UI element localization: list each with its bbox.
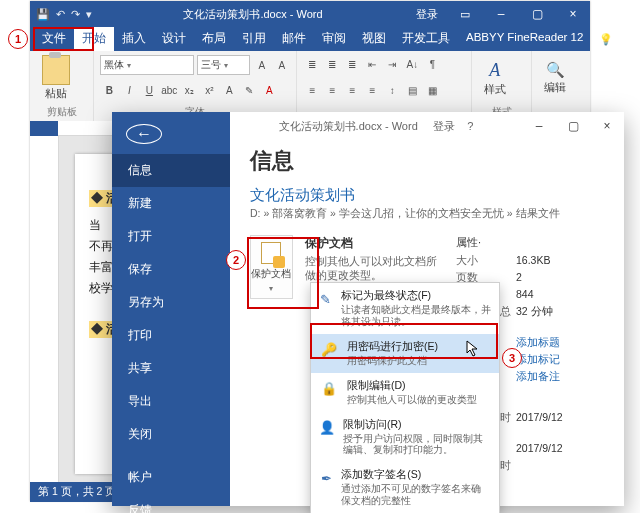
- nav-info[interactable]: 信息: [112, 154, 230, 187]
- tab-home[interactable]: 开始: [74, 27, 114, 51]
- save-icon[interactable]: 💾: [36, 8, 50, 21]
- backstage-title: 文化活动策划书.docx - Word: [279, 120, 418, 132]
- menu-restrict-title: 限制编辑(D): [347, 379, 477, 393]
- subscript-icon[interactable]: x₂: [180, 81, 198, 99]
- maximize-button[interactable]: ▢: [520, 1, 554, 27]
- backstage-max-button[interactable]: ▢: [556, 113, 590, 139]
- nav-share[interactable]: 共享: [112, 352, 230, 385]
- numbering-icon[interactable]: ≣: [323, 55, 341, 73]
- prop-comments-val[interactable]: 添加备注: [516, 370, 606, 384]
- menu-restrict-editing[interactable]: 🔒 限制编辑(D) 控制其他人可以做的更改类型: [311, 373, 499, 412]
- redo-icon[interactable]: ↷: [71, 8, 80, 21]
- document-title: 文化活动策划书: [250, 186, 606, 205]
- prop-tags-val[interactable]: 添加标记: [516, 353, 606, 367]
- protect-dropdown: ✎ 标记为最终状态(F) 让读者知晓此文档是最终版本，并将其设为只读。 🔑 用密…: [310, 282, 500, 513]
- bullets-icon[interactable]: ≣: [303, 55, 321, 73]
- tab-file[interactable]: 文件: [34, 27, 74, 51]
- tellme-input[interactable]: 告诉我: [619, 17, 630, 62]
- bold-icon[interactable]: B: [100, 81, 118, 99]
- tab-review[interactable]: 审阅: [314, 27, 354, 51]
- protect-desc: 控制其他人可以对此文档所做的更改类型。: [305, 254, 442, 282]
- backstage-min-button[interactable]: –: [522, 113, 556, 139]
- nav-print[interactable]: 打印: [112, 319, 230, 352]
- editing-label: 编辑: [544, 81, 566, 95]
- properties-heading[interactable]: 属性·: [456, 235, 606, 250]
- protect-document-button[interactable]: 保护文档 ▾: [250, 235, 293, 299]
- line-spacing-icon[interactable]: ↕: [383, 82, 401, 100]
- highlight-icon[interactable]: ✎: [240, 81, 258, 99]
- nav-export[interactable]: 导出: [112, 385, 230, 418]
- cursor-icon: [466, 340, 480, 358]
- backstage-login[interactable]: 登录: [433, 120, 455, 132]
- tab-view[interactable]: 视图: [354, 27, 394, 51]
- ribbon: 粘贴 剪贴板 黑体▾ 三号▾ A A B I U abc x₂ x²: [30, 51, 590, 121]
- nav-save[interactable]: 保存: [112, 253, 230, 286]
- paste-button[interactable]: 粘贴: [36, 55, 76, 101]
- tab-abbyy[interactable]: ABBYY FineReader 12: [458, 27, 591, 51]
- backstage-titlebar: 文化活动策划书.docx - Word 登录 ? – ▢ ×: [230, 112, 624, 140]
- inc-indent-icon[interactable]: ⇥: [383, 55, 401, 73]
- underline-icon[interactable]: U: [140, 81, 158, 99]
- menu-mark-final[interactable]: ✎ 标记为最终状态(F) 让读者知晓此文档是最终版本，并将其设为只读。: [311, 283, 499, 334]
- nav-account[interactable]: 帐户: [112, 461, 230, 494]
- back-button[interactable]: ←: [126, 124, 162, 144]
- styles-button[interactable]: A 样式: [478, 55, 512, 101]
- prop-title-val[interactable]: 添加标题: [516, 336, 606, 350]
- showmarks-icon[interactable]: ¶: [423, 55, 441, 73]
- borders-icon[interactable]: ▦: [423, 82, 441, 100]
- ribbon-options-icon[interactable]: ▭: [448, 1, 482, 27]
- tab-references[interactable]: 引用: [234, 27, 274, 51]
- nav-close[interactable]: 关闭: [112, 418, 230, 451]
- ruler-vertical[interactable]: [30, 136, 59, 482]
- nav-new[interactable]: 新建: [112, 187, 230, 220]
- qat-more-icon[interactable]: ▾: [86, 8, 92, 21]
- font-size-value: 三号: [201, 58, 221, 72]
- help-icon[interactable]: ?: [467, 120, 473, 132]
- minimize-button[interactable]: –: [484, 1, 518, 27]
- signin-link[interactable]: 登录: [408, 7, 446, 22]
- align-right-icon[interactable]: ≡: [343, 82, 361, 100]
- align-left-icon[interactable]: ≡: [303, 82, 321, 100]
- italic-icon[interactable]: I: [120, 81, 138, 99]
- styles-label: 样式: [484, 83, 506, 97]
- callout-2: 2: [226, 250, 246, 270]
- align-center-icon[interactable]: ≡: [323, 82, 341, 100]
- document-path[interactable]: D: » 部落窝教育 » 学会这几招，让你的文档安全无忧 » 结果文件: [250, 207, 606, 221]
- font-color-icon[interactable]: A: [260, 81, 278, 99]
- editing-button[interactable]: 🔍 编辑: [538, 55, 572, 101]
- tab-insert[interactable]: 插入: [114, 27, 154, 51]
- styles-icon: A: [489, 60, 500, 81]
- nav-feedback[interactable]: 反馈: [112, 494, 230, 513]
- backstage-close-button[interactable]: ×: [590, 113, 624, 139]
- tab-design[interactable]: 设计: [154, 27, 194, 51]
- multilevel-icon[interactable]: ≣: [343, 55, 361, 73]
- undo-icon[interactable]: ↶: [56, 8, 65, 21]
- tab-developer[interactable]: 开发工具: [394, 27, 458, 51]
- grow-font-icon[interactable]: A: [253, 56, 270, 74]
- shading-icon[interactable]: ▤: [403, 82, 421, 100]
- dec-indent-icon[interactable]: ⇤: [363, 55, 381, 73]
- tab-mailings[interactable]: 邮件: [274, 27, 314, 51]
- nav-open[interactable]: 打开: [112, 220, 230, 253]
- quick-access-toolbar: 💾 ↶ ↷ ▾: [30, 8, 98, 21]
- page-count[interactable]: 第 1 页，共 2 页: [38, 485, 116, 499]
- group-clipboard-label: 剪贴板: [36, 105, 87, 119]
- tab-layout[interactable]: 布局: [194, 27, 234, 51]
- strike-icon[interactable]: abc: [160, 81, 178, 99]
- menu-add-signature[interactable]: ✒ 添加数字签名(S) 通过添加不可见的数字签名来确保文档的完整性: [311, 462, 499, 513]
- shrink-font-icon[interactable]: A: [273, 56, 290, 74]
- find-icon: 🔍: [546, 61, 565, 79]
- close-button[interactable]: ×: [556, 1, 590, 27]
- sort-icon[interactable]: A↓: [403, 55, 421, 73]
- align-justify-icon[interactable]: ≡: [363, 82, 381, 100]
- text-effects-icon[interactable]: A: [220, 81, 238, 99]
- callout-1: 1: [8, 29, 28, 49]
- protect-button-label: 保护文档: [251, 267, 291, 281]
- font-size-combo[interactable]: 三号▾: [197, 55, 250, 75]
- superscript-icon[interactable]: x²: [200, 81, 218, 99]
- nav-saveas[interactable]: 另存为: [112, 286, 230, 319]
- font-family-combo[interactable]: 黑体▾: [100, 55, 194, 75]
- prop-size-key: 大小: [456, 254, 516, 268]
- menu-restrict-access[interactable]: 👤 限制访问(R) 授予用户访问权限，同时限制其编辑、复制和打印能力。: [311, 412, 499, 463]
- menu-access-title: 限制访问(R): [343, 418, 491, 432]
